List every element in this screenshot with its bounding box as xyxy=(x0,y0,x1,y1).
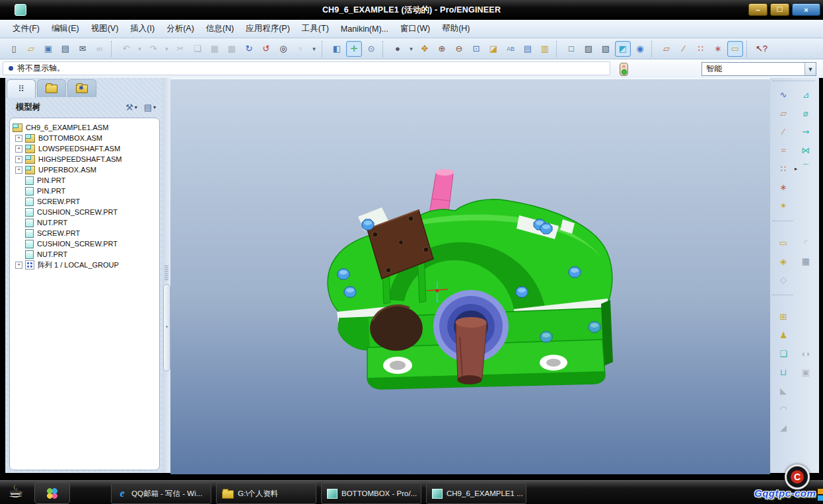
menu-tools[interactable]: 工具(T) xyxy=(296,21,335,36)
open-file-icon[interactable]: ▱ xyxy=(23,41,39,57)
taskbar-button[interactable]: G:\个人资料 xyxy=(216,483,316,504)
coordinate-system-tool-icon[interactable]: ∗ xyxy=(775,178,792,196)
assemble-component-icon[interactable]: ⊞ xyxy=(775,308,792,325)
csys-display-icon[interactable]: ∗ xyxy=(710,41,726,57)
select-menu-icon[interactable]: ▾ xyxy=(310,41,318,57)
selection-filter-combo[interactable]: 智能 ▼ xyxy=(701,62,816,76)
graphics-area[interactable] xyxy=(170,78,770,474)
tree-item[interactable]: CUSHION_SCREW.PRT xyxy=(10,207,159,217)
title-bar[interactable]: CH9_6_EXAMPLE1 (活动的) - Pro/ENGINEER – ☐ … xyxy=(0,0,823,20)
perspective-ball-icon[interactable]: ◉ xyxy=(632,41,648,57)
tree-show-button[interactable]: ▤▾ xyxy=(144,102,156,112)
spin-center-icon[interactable]: ✛ xyxy=(346,41,362,57)
field-point-tool-icon[interactable]: ✶ xyxy=(775,197,792,214)
cut-icon[interactable]: ✂ xyxy=(172,41,188,57)
redo-menu-icon[interactable]: ▾ xyxy=(162,41,171,57)
tree-item[interactable]: PIN.PRT xyxy=(10,186,159,196)
revolve-tool-icon[interactable]: ⌀ xyxy=(797,104,814,122)
refit-icon[interactable]: ⊡ xyxy=(468,41,484,57)
tree-item[interactable]: NUT.PRT xyxy=(10,217,159,228)
pattern-grid-tool-icon[interactable]: ▦ xyxy=(797,252,814,270)
tree-item[interactable]: +BOTTOMBOX.ASM xyxy=(10,133,159,143)
model-tree-tab[interactable]: ⠿ xyxy=(7,79,36,98)
menu-info[interactable]: 信息(N) xyxy=(200,21,240,36)
minimize-button[interactable]: – xyxy=(748,3,768,16)
merge-tool-icon[interactable]: ▣ xyxy=(797,363,814,380)
create-component-icon[interactable]: ❏ xyxy=(775,345,792,362)
tree-item[interactable]: PIN.PRT xyxy=(10,175,159,186)
start-button[interactable]: ☕ xyxy=(8,482,23,502)
sketch-tool-icon[interactable]: ∿ xyxy=(775,86,792,103)
find-icon[interactable]: ◎ xyxy=(275,41,291,57)
shading-menu-icon[interactable]: ▾ xyxy=(407,41,415,57)
expand-plus[interactable]: + xyxy=(15,262,22,269)
layers-icon[interactable]: ▤ xyxy=(520,41,536,57)
expand-plus[interactable]: + xyxy=(15,135,22,142)
shading-style-icon[interactable]: ● xyxy=(390,41,406,57)
favorites-tab[interactable]: ✱ xyxy=(67,79,96,97)
tree-item[interactable]: SCREW.PRT xyxy=(10,196,159,207)
tree-item[interactable]: +阵列 1 / LOCAL_GROUP xyxy=(10,260,159,270)
round-tool-icon[interactable]: ◠ xyxy=(775,400,792,417)
datum-curve-tool-icon[interactable]: ≈ xyxy=(775,141,792,159)
copy-icon[interactable]: ❏ xyxy=(190,41,205,57)
mirror-tool-icon[interactable]: ◖◗ xyxy=(797,345,814,362)
expand-plus[interactable]: + xyxy=(15,156,22,163)
point-tag-display-icon[interactable]: ◇ xyxy=(775,271,792,288)
view-manager-icon[interactable]: ▥ xyxy=(537,41,553,57)
hole-tool-icon[interactable]: ⊔ xyxy=(775,363,792,380)
maximize-button[interactable]: ☐ xyxy=(770,3,789,16)
taskbar-button[interactable]: eQQ邮箱 - 写信 - Wi... xyxy=(111,483,211,504)
menu-view[interactable]: 视图(V) xyxy=(85,21,125,36)
tree-item[interactable]: +HIGHSPEEDSHAFT.ASM xyxy=(10,154,159,164)
undo-menu-icon[interactable]: ▾ xyxy=(135,41,144,57)
select-box-icon[interactable]: ▫ xyxy=(293,41,308,57)
menu-manikin[interactable]: Manikin(M)... xyxy=(335,22,394,36)
point-symbol-display-icon[interactable]: ∷ xyxy=(693,41,709,57)
datum-plane-tool-icon[interactable]: ▱ xyxy=(775,104,792,122)
save-file-icon[interactable]: ▣ xyxy=(40,41,56,57)
repaint-icon[interactable]: ◧ xyxy=(329,41,345,57)
tree-item[interactable]: CUSHION_SCREW.PRT xyxy=(10,238,159,249)
hidden-line-icon[interactable]: ▨ xyxy=(581,41,596,57)
no-hidden-line-icon[interactable]: ▧ xyxy=(598,41,614,57)
menu-help[interactable]: 帮助(H) xyxy=(436,21,476,36)
quick-launch-button[interactable] xyxy=(34,482,70,504)
blend-tool-icon[interactable]: ⋈ xyxy=(797,141,814,159)
axis-tag-display-icon[interactable]: ◈ xyxy=(775,252,792,270)
menu-applications[interactable]: 应用程序(P) xyxy=(240,21,296,36)
assemble-manikin-icon[interactable]: ♟ xyxy=(775,326,792,343)
context-help-icon[interactable]: ↖? xyxy=(754,41,769,57)
datum-point-tool-icon[interactable]: ∷ xyxy=(775,160,792,177)
print-icon[interactable]: ▤ xyxy=(57,41,73,57)
redo-icon[interactable]: ↷ xyxy=(145,41,161,57)
menu-insert[interactable]: 插入(I) xyxy=(124,21,161,36)
close-button[interactable]: × xyxy=(792,3,820,16)
paste-icon[interactable]: ▦ xyxy=(207,41,223,57)
paste-special-icon[interactable]: ▩ xyxy=(224,41,240,57)
folder-browser-tab[interactable] xyxy=(37,79,66,97)
object-link-icon[interactable]: ∞ xyxy=(92,41,108,57)
tree-item[interactable]: SCREW.PRT xyxy=(10,228,159,238)
wireframe-icon[interactable]: □ xyxy=(563,41,579,57)
sash-handle[interactable] xyxy=(163,284,170,371)
undo-icon[interactable]: ↶ xyxy=(118,41,134,57)
sweep-tool-icon[interactable]: ⇝ xyxy=(797,123,814,140)
named-views-icon[interactable]: AB xyxy=(503,41,519,57)
shaded-icon[interactable]: ◩ xyxy=(615,41,631,57)
expand-plus[interactable]: + xyxy=(15,166,22,174)
datum-axis-display-icon[interactable]: ⁄ xyxy=(676,41,692,57)
tree-item[interactable]: +LOWSPEEDSHAFT.ASM xyxy=(10,143,159,154)
custom-regenerate-icon[interactable]: ↺ xyxy=(258,41,274,57)
orient-mode-icon[interactable]: ⊙ xyxy=(363,41,379,57)
style-tool-icon[interactable]: ◜ xyxy=(797,234,814,251)
plane-tag-display-icon[interactable]: ▭ xyxy=(775,234,792,251)
chamfer-tool-icon[interactable]: ◢ xyxy=(775,419,792,436)
boundary-blend-tool-icon[interactable]: ⌒ xyxy=(797,160,814,177)
zoom-out-icon[interactable]: ⊖ xyxy=(451,41,467,57)
expand-plus[interactable]: + xyxy=(15,145,22,153)
send-email-icon[interactable]: ✉ xyxy=(75,41,90,57)
menu-analysis[interactable]: 分析(A) xyxy=(161,21,200,36)
new-file-icon[interactable]: ▯ xyxy=(6,41,22,57)
tree-settings-button[interactable]: ⚒▾ xyxy=(125,102,137,112)
